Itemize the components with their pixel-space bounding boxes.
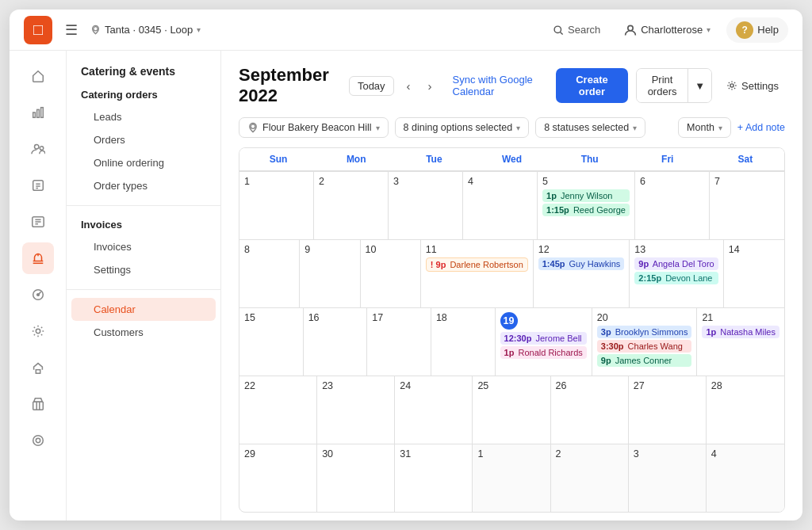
day-tue: Tue <box>395 148 473 171</box>
cell-oct-4[interactable]: 4 <box>707 444 784 512</box>
cell-oct-1[interactable]: 1 <box>473 444 550 512</box>
week-5: 29 30 31 1 2 3 4 <box>239 444 784 512</box>
event-ronald-richards[interactable]: 1p Ronald Richards <box>500 346 587 359</box>
cell-sep-19[interactable]: 19 12:30p Jerome Bell 1p Ronald Richards <box>496 308 592 376</box>
cell-sep-11[interactable]: 11 ! 9p Darlene Robertson <box>421 240 534 307</box>
cell-sep-29[interactable]: 29 <box>239 444 317 512</box>
cell-sep-30[interactable]: 30 <box>317 444 395 512</box>
cell-sep-7[interactable]: 7 <box>710 172 784 239</box>
cell-sep-31[interactable]: 31 <box>395 444 473 512</box>
sidebar-store[interactable] <box>22 388 54 420</box>
content-area: September 2022 Today ‹ › Sync with Googl… <box>221 51 802 520</box>
cell-sep-25[interactable]: 25 <box>473 376 550 444</box>
settings-button[interactable]: Settings <box>720 76 785 96</box>
search-button[interactable]: Search <box>545 20 608 40</box>
create-order-button[interactable]: Create order <box>556 68 628 103</box>
dining-options-filter[interactable]: 8 dining options selected ▾ <box>395 117 530 138</box>
svg-rect-22 <box>36 370 40 374</box>
statuses-chevron: ▾ <box>633 124 637 132</box>
cell-sep-23[interactable]: 23 <box>317 376 395 444</box>
cell-sep-2[interactable]: 2 <box>314 172 389 239</box>
event-charles-wang[interactable]: 3:30p Charles Wang <box>597 340 692 353</box>
cell-sep-22[interactable]: 22 <box>239 376 317 444</box>
cell-sep-4[interactable]: 4 <box>463 172 538 239</box>
sidebar-reports[interactable] <box>22 279 54 311</box>
event-darlene-robertson[interactable]: ! 9p Darlene Robertson <box>426 257 528 272</box>
event-jerome-bell[interactable]: 12:30p Jerome Bell <box>500 332 587 345</box>
event-james-conner[interactable]: 9p James Conner <box>597 354 692 367</box>
next-month-button[interactable]: › <box>423 76 437 96</box>
nav-item-invoices[interactable]: Invoices <box>71 235 216 258</box>
nav-item-customers[interactable]: Customers <box>71 321 216 344</box>
cell-sep-17[interactable]: 17 <box>367 308 431 376</box>
logo-icon: □ <box>33 21 43 39</box>
cell-sep-6[interactable]: 6 <box>635 172 710 239</box>
cell-sep-24[interactable]: 24 <box>395 376 473 444</box>
hamburger-button[interactable]: ☰ <box>62 18 81 42</box>
cell-oct-3[interactable]: 3 <box>629 444 707 512</box>
sidebar-guests[interactable] <box>22 133 54 165</box>
nav-item-orders[interactable]: Orders <box>71 128 216 151</box>
location-filter[interactable]: Flour Bakery Beacon Hill ▾ <box>239 117 389 138</box>
location-text: Tanta · 0345 · Loop <box>105 24 193 36</box>
print-orders-dropdown[interactable]: ▼ <box>688 69 711 102</box>
cell-sep-27[interactable]: 27 <box>629 376 707 444</box>
sidebar-catering[interactable] <box>22 242 54 274</box>
prev-month-button[interactable]: ‹ <box>402 76 416 96</box>
sidebar-settings[interactable] <box>22 315 54 347</box>
nav-item-online-ordering[interactable]: Online ordering <box>71 151 216 174</box>
location-pill[interactable]: Tanta · 0345 · Loop ▾ <box>90 24 201 36</box>
nav-item-calendar[interactable]: Calendar <box>71 298 216 321</box>
sidebar-menu[interactable] <box>22 206 54 238</box>
cell-sep-8[interactable]: 8 <box>239 240 300 307</box>
print-orders-button[interactable]: Print orders <box>637 69 688 102</box>
cell-sep-21[interactable]: 21 1p Natasha Miles <box>697 308 784 376</box>
cell-sep-15[interactable]: 15 <box>239 308 304 376</box>
statuses-filter[interactable]: 8 statuses selected ▾ <box>535 117 645 138</box>
dining-options-chevron: ▾ <box>516 124 520 132</box>
search-label: Search <box>568 24 600 36</box>
day-fri: Fri <box>629 148 707 171</box>
event-angela-del-toro[interactable]: 9p Angela Del Toro <box>634 257 718 270</box>
nav-item-order-types[interactable]: Order types <box>71 174 216 197</box>
cell-sep-12[interactable]: 12 1:45p Guy Hawkins <box>534 240 630 307</box>
cell-sep-1[interactable]: 1 <box>239 172 314 239</box>
cell-sep-13[interactable]: 13 9p Angela Del Toro 2:15p Devon Lane <box>630 240 723 307</box>
cell-sep-20[interactable]: 20 3p Brooklyn Simmons 3:30p Charles Wan… <box>592 308 698 376</box>
sidebar-orders[interactable] <box>22 170 54 201</box>
nav-item-leads[interactable]: Leads <box>71 105 216 128</box>
cell-sep-3[interactable]: 3 <box>389 172 463 239</box>
sidebar-marketing[interactable] <box>22 352 54 383</box>
nav-item-invoice-settings[interactable]: Settings <box>71 258 216 281</box>
event-devon-lane[interactable]: 2:15p Devon Lane <box>634 272 718 284</box>
add-note-button[interactable]: + Add note <box>737 122 785 133</box>
cell-sep-26[interactable]: 26 <box>551 376 629 444</box>
event-brooklyn-simmons[interactable]: 3p Brooklyn Simmons <box>597 326 692 338</box>
cell-sep-18[interactable]: 18 <box>431 308 496 376</box>
sidebar-analytics[interactable] <box>22 97 54 128</box>
cell-oct-2[interactable]: 2 <box>551 444 629 512</box>
sidebar-home[interactable] <box>22 60 54 92</box>
main-body: Catering & events Catering orders Leads … <box>10 51 802 520</box>
cell-sep-10[interactable]: 10 <box>361 240 421 307</box>
help-button[interactable]: ? Help <box>726 17 788 43</box>
cell-sep-9[interactable]: 9 <box>300 240 360 307</box>
cell-sep-16[interactable]: 16 <box>304 308 368 376</box>
user-menu[interactable]: Charlotterose ▾ <box>618 20 717 40</box>
view-month-selector[interactable]: Month ▾ <box>678 117 731 138</box>
cell-sep-28[interactable]: 28 <box>707 376 784 444</box>
nav-subsection-invoices: Invoices <box>67 214 220 235</box>
today-button[interactable]: Today <box>349 76 394 96</box>
svg-rect-6 <box>40 108 43 118</box>
sync-google-button[interactable]: Sync with Google Calendar <box>453 74 548 97</box>
cell-sep-14[interactable]: 14 <box>724 240 784 307</box>
svg-point-0 <box>94 27 98 31</box>
event-reed-george[interactable]: 1:15p Reed George <box>542 204 630 216</box>
svg-rect-23 <box>33 402 43 410</box>
sidebar-integrations[interactable] <box>22 425 54 456</box>
event-guy-hawkins[interactable]: 1:45p Guy Hawkins <box>538 257 625 270</box>
cell-sep-5[interactable]: 5 1p Jenny Wilson 1:15p Reed George <box>538 172 635 239</box>
event-natasha-miles[interactable]: 1p Natasha Miles <box>702 326 779 338</box>
event-jenny-wilson[interactable]: 1p Jenny Wilson <box>542 189 630 202</box>
nav-subsection-catering-orders: Catering orders <box>67 84 220 105</box>
